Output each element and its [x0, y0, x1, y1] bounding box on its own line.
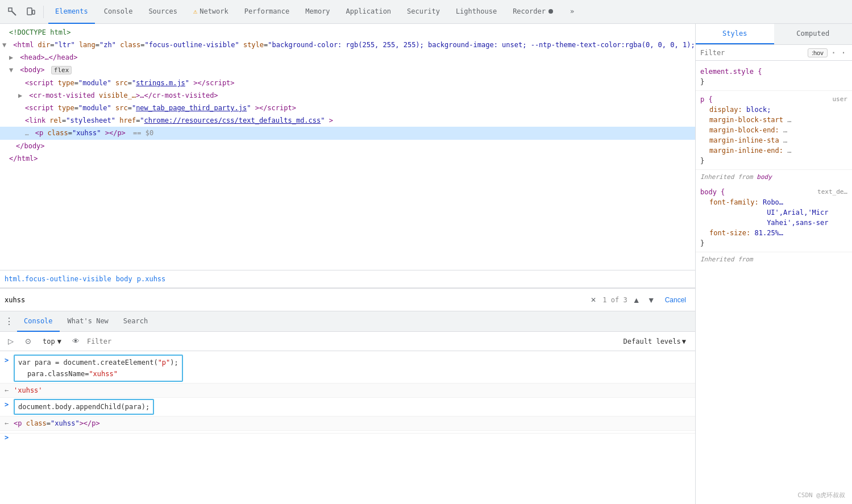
dom-tree: <!DOCTYPE html> ▼ <html dir="ltr" lang="…	[0, 24, 695, 270]
watermark: CSDN @虎环叔叔	[797, 491, 845, 499]
console-return-2: ←	[5, 385, 9, 396]
search-bar: ✕ 1 of 3 ▲ ▼ Cancel	[0, 288, 695, 311]
tab-styles[interactable]: Styles	[696, 24, 774, 44]
dom-line-body-close[interactable]: </body>	[0, 140, 695, 152]
console-content-2: 'xuhss'	[14, 385, 691, 396]
elements-panel: <!DOCTYPE html> ▼ <html dir="ltr" lang="…	[0, 24, 695, 311]
style-rule-body: body { text_de… font-family: Robo… UI',A…	[696, 184, 852, 252]
styles-filter-input[interactable]	[700, 49, 805, 57]
dom-line-link[interactable]: <link rel="stylesheet" href="chrome://re…	[0, 114, 695, 127]
breadcrumb-item-1[interactable]: body	[116, 275, 132, 283]
styles-content: element.style { } p { user display: bloc…	[696, 61, 852, 504]
tab-console[interactable]: Console	[97, 0, 140, 24]
style-rule-body-header: body { text_de…	[700, 187, 847, 197]
console-run-btn[interactable]: ▷	[5, 335, 17, 348]
console-content-1: var para = document.createElement("p"); …	[14, 355, 691, 382]
context-label: top	[43, 338, 55, 345]
breadcrumb-item-2[interactable]: p.xuhss	[137, 275, 166, 283]
dom-line-doctype[interactable]: <!DOCTYPE html>	[0, 26, 695, 39]
console-section: ⋮ Console What's New Search ▷ ⊙	[0, 311, 695, 504]
tab-whats-new[interactable]: What's New	[61, 311, 115, 332]
style-rule-element: element.style { }	[696, 63, 852, 91]
body-arrow: ▼	[9, 64, 16, 76]
console-line-1: > var para = document.createElement("p")…	[0, 353, 695, 384]
console-code-block-1: var para = document.createElement("p"); …	[14, 355, 183, 382]
tab-security[interactable]: Security	[400, 0, 447, 24]
console-content-3: document.body.appendChild(para);	[14, 399, 691, 415]
doctype-text: <!DOCTYPE html>	[9, 28, 70, 36]
console-return-4: ←	[5, 418, 9, 429]
default-levels-label: Default levels	[624, 338, 681, 345]
svg-rect-2	[27, 8, 32, 15]
style-prop-margin-inline-end: margin-inline-end: …	[709, 145, 847, 156]
search-next-btn[interactable]: ▼	[646, 294, 657, 306]
style-prop-margin-inline-start: margin-inline-sta …	[709, 135, 847, 145]
flex-badge[interactable]: flex	[51, 66, 72, 74]
style-prop-margin-block-end: margin-block-end: …	[709, 125, 847, 135]
console-content-4: <p class="xuhss"></p>	[14, 418, 691, 429]
tab-network[interactable]: ⚠ Network	[186, 0, 235, 24]
inspect-element-btn[interactable]	[5, 4, 20, 20]
search-cancel-btn[interactable]: Cancel	[660, 294, 691, 306]
console-eye-btn[interactable]: 👁	[70, 335, 82, 348]
styles-more-btn[interactable]: ·	[830, 47, 838, 58]
console-tab-menu[interactable]: ⋮	[2, 314, 16, 329]
tab-console-panel[interactable]: Console	[17, 311, 60, 332]
console-output: > var para = document.createElement("p")…	[0, 351, 695, 504]
style-prop-font-family: font-family: Robo… UI',Arial,'Micr Yahei…	[709, 197, 847, 228]
console-line-4: ← <p class="xuhss"></p>	[0, 416, 695, 431]
svg-point-4	[548, 9, 553, 14]
tab-application[interactable]: Application	[339, 0, 398, 24]
tab-sources[interactable]: Sources	[142, 0, 184, 24]
tab-lighthouse[interactable]: Lighthouse	[449, 0, 504, 24]
dom-line-p-selected[interactable]: … <p class="xuhss" ></p> == $0	[0, 127, 695, 140]
console-tabs: ⋮ Console What's New Search	[0, 311, 695, 332]
styles-filter-bar: :hov · ·	[696, 45, 852, 61]
toolbar-separator	[43, 6, 44, 18]
default-levels-select[interactable]: Default levels ▼	[619, 336, 691, 347]
dom-line-script2[interactable]: <script type="module" src="new_tab_page_…	[0, 102, 695, 114]
console-filter-input[interactable]	[87, 338, 614, 345]
tab-more[interactable]: »	[563, 0, 581, 24]
tab-performance[interactable]: Performance	[238, 0, 296, 24]
inherited-from-2: Inherited from	[696, 252, 852, 266]
context-select[interactable]: top ▼	[39, 336, 65, 347]
devtools-root: Elements Console Sources ⚠ Network Perfo…	[0, 0, 852, 504]
tab-memory[interactable]: Memory	[298, 0, 336, 24]
inherited-from-label: Inherited from body	[696, 170, 852, 184]
search-count: 1 of 3	[602, 296, 627, 304]
console-output-4: <p class="xuhss"></p>	[14, 419, 100, 427]
search-prev-btn[interactable]: ▲	[631, 294, 642, 306]
hov-button[interactable]: :hov	[808, 48, 828, 57]
dom-line-script1[interactable]: <script type="module" src="strings.m.js"…	[0, 77, 695, 89]
style-rule-p: p { user display: block; margin-block-st…	[696, 91, 852, 170]
head-tag: <head>…</head>	[20, 53, 77, 61]
console-line-2: ← 'xuhss'	[0, 384, 695, 398]
console-line-5[interactable]: >	[0, 431, 695, 434]
dom-line-cr[interactable]: ▶ <cr-most-visited visible_…>…</cr-most-…	[0, 89, 695, 102]
dom-line-html-close[interactable]: </html>	[0, 152, 695, 165]
tab-search[interactable]: Search	[117, 311, 155, 332]
context-dropdown-icon: ▼	[57, 338, 61, 345]
console-code-block-3: document.body.appendChild(para);	[14, 399, 154, 415]
dom-line-html-open[interactable]: ▼ <html dir="ltr" lang="zh" class="focus…	[0, 39, 695, 51]
device-toggle-btn[interactable]	[23, 4, 39, 20]
tab-computed[interactable]: Computed	[774, 24, 853, 44]
search-clear-btn[interactable]: ✕	[588, 294, 599, 306]
console-prompt-5: >	[5, 432, 9, 443]
breadcrumb-item-0[interactable]: html.focus-outline-visible	[5, 275, 111, 283]
tab-recorder[interactable]: Recorder	[506, 0, 561, 24]
console-prompt-1: >	[5, 355, 9, 366]
tab-elements[interactable]: Elements	[48, 0, 95, 24]
dom-line-body[interactable]: ▼ <body> flex	[0, 64, 695, 77]
html-tag: <html	[13, 41, 34, 49]
console-prompt-3: >	[5, 399, 9, 410]
console-stop-btn[interactable]: ⊙	[22, 335, 34, 348]
style-prop-display: display: block;	[709, 105, 847, 115]
console-output-2: 'xuhss'	[14, 386, 43, 394]
dom-line-head[interactable]: ▶ <head>…</head>	[0, 51, 695, 64]
styles-dot2[interactable]: ·	[839, 47, 847, 58]
network-warning-icon: ⚠	[193, 7, 197, 15]
search-input[interactable]	[5, 296, 584, 304]
svg-rect-3	[32, 10, 35, 14]
